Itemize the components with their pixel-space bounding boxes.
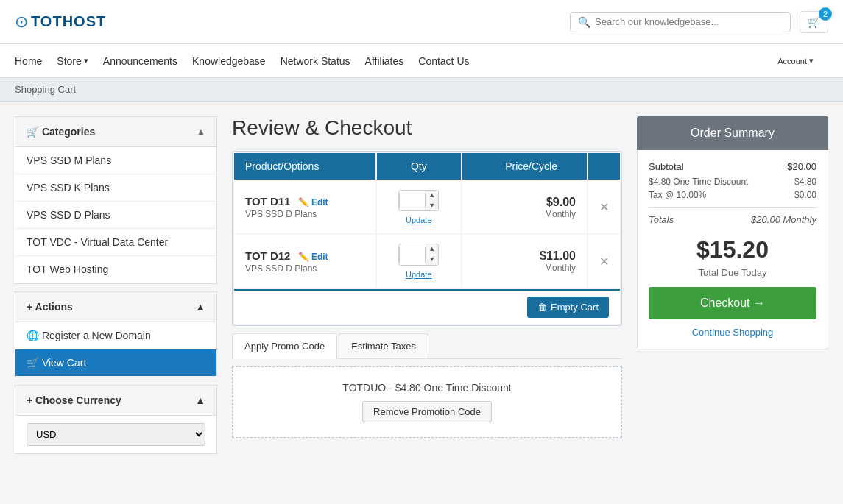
summary-totals-row: Totals $20.00 Monthly bbox=[649, 207, 816, 225]
sidebar-item-tot-web[interactable]: TOT Web Hosting bbox=[15, 256, 216, 283]
price-cycle-2: Monthly bbox=[473, 263, 576, 273]
logo-icon: ⊙ bbox=[15, 13, 28, 32]
nav-announcements[interactable]: Announcements bbox=[103, 52, 177, 70]
table-row: TOT D11 ✏️ Edit VPS SSD D Plans 1 ▲ ▼ bbox=[234, 181, 620, 233]
plus-icon-actions: + Actions bbox=[27, 301, 73, 313]
header: ⊙ TOTHOST 🔍 🛒 2 bbox=[0, 0, 843, 44]
remove-btn-1[interactable]: ✕ bbox=[588, 181, 620, 233]
sidebar-currency: + Choose Currency ▲ USD bbox=[15, 385, 217, 454]
edit-link-1[interactable]: ✏️ Edit bbox=[298, 197, 328, 207]
qty-up-2[interactable]: ▲ bbox=[426, 244, 438, 255]
qty-cell-2: 1 ▲ ▼ Update bbox=[377, 235, 461, 287]
globe-icon: 🌐 bbox=[27, 330, 42, 341]
main-nav: Home Store ▾ Announcements Knowledgebase… bbox=[0, 44, 843, 78]
qty-update-2[interactable]: Update bbox=[406, 270, 431, 279]
sidebar-actions-header[interactable]: + Actions ▲ bbox=[15, 292, 216, 322]
discount-label: $4.80 One Time Discount bbox=[649, 177, 748, 187]
sidebar-item-vps-m[interactable]: VPS SSD M Plans bbox=[15, 147, 216, 174]
total-due-amount: $15.20 bbox=[649, 236, 816, 263]
qty-buttons-2: ▲ ▼ bbox=[426, 244, 438, 264]
logo-text: TOTHOST bbox=[31, 13, 106, 30]
qty-wrapper-2: 1 ▲ ▼ Update bbox=[388, 244, 450, 278]
main-content: 🛒 Categories ▲ VPS SSD M Plans VPS SSD K… bbox=[0, 102, 843, 476]
tax-label: Tax @ 10.00% bbox=[649, 190, 706, 200]
search-box: 🔍 bbox=[570, 12, 791, 32]
sidebar-categories-header[interactable]: 🛒 Categories ▲ bbox=[15, 117, 216, 147]
remove-btn-2[interactable]: ✕ bbox=[588, 235, 620, 287]
sidebar-item-register-domain[interactable]: 🌐 Register a New Domain bbox=[15, 322, 216, 349]
product-cell-1: TOT D11 ✏️ Edit VPS SSD D Plans bbox=[234, 181, 375, 233]
col-qty: Qty bbox=[377, 153, 461, 180]
currency-select-wrapper: USD bbox=[15, 416, 216, 453]
qty-down-1[interactable]: ▼ bbox=[426, 201, 438, 211]
qty-update-1[interactable]: Update bbox=[406, 216, 431, 224]
sidebar-currency-header[interactable]: + Choose Currency ▲ bbox=[15, 386, 216, 416]
product-sub-1: VPS SSD D Plans bbox=[245, 209, 364, 219]
cart-icon: 🛒 Categories bbox=[27, 126, 95, 138]
order-summary: Order Summary Subtotal $20.00 $4.80 One … bbox=[637, 116, 828, 461]
edit-link-2[interactable]: ✏️ Edit bbox=[298, 252, 328, 262]
cart-tabs: Apply Promo Code Estimate Taxes bbox=[232, 333, 622, 359]
tax-value: $0.00 bbox=[794, 190, 816, 200]
table-row: TOT D12 ✏️ Edit VPS SSD D Plans 1 ▲ ▼ bbox=[234, 235, 620, 287]
nav-account[interactable]: Account ▾ bbox=[775, 56, 814, 65]
price-amount-2: $11.00 bbox=[473, 249, 576, 263]
qty-input-1[interactable]: 1 bbox=[399, 193, 426, 208]
price-amount-1: $9.00 bbox=[473, 196, 576, 209]
col-product: Product/Options bbox=[234, 153, 375, 180]
search-input[interactable] bbox=[595, 16, 783, 27]
promo-applied-text: TOTDUO - $4.80 One Time Discount bbox=[247, 382, 607, 394]
col-price: Price/Cycle bbox=[462, 153, 587, 180]
summary-subtotal-row: Subtotal $20.00 bbox=[649, 161, 816, 172]
nav-affiliates[interactable]: Affiliates bbox=[365, 52, 404, 70]
sidebar-item-view-cart[interactable]: 🛒 View Cart bbox=[15, 349, 216, 377]
cart-table: Product/Options Qty Price/Cycle TOT D11 … bbox=[232, 151, 622, 326]
qty-input-group-1: 1 ▲ ▼ bbox=[398, 190, 439, 211]
price-cell-1: $9.00 Monthly bbox=[462, 181, 587, 233]
summary-tax-row: Tax @ 10.00% $0.00 bbox=[649, 190, 816, 200]
currency-dropdown[interactable]: USD bbox=[27, 423, 205, 446]
continue-shopping-link[interactable]: Continue Shopping bbox=[649, 327, 816, 338]
plus-icon-currency: + Choose Currency bbox=[27, 394, 121, 406]
totals-value: $20.00 Monthly bbox=[751, 214, 816, 225]
cart-actions-row: 🗑 Empty Cart bbox=[234, 289, 620, 324]
search-icon: 🔍 bbox=[578, 16, 590, 28]
sidebar-item-vps-k[interactable]: VPS SSD K Plans bbox=[15, 174, 216, 202]
nav-network-status[interactable]: Network Status bbox=[281, 52, 350, 70]
chevron-up-icon-currency: ▲ bbox=[195, 394, 205, 406]
nav-contact-us[interactable]: Contact Us bbox=[418, 52, 469, 70]
trash-icon: 🗑 bbox=[537, 302, 547, 313]
product-cell-2: TOT D12 ✏️ Edit VPS SSD D Plans bbox=[234, 235, 375, 287]
sidebar: 🛒 Categories ▲ VPS SSD M Plans VPS SSD K… bbox=[15, 116, 217, 461]
nav-knowledgebase[interactable]: Knowledgebase bbox=[192, 52, 266, 70]
cart-icon-small: 🛒 bbox=[27, 357, 42, 369]
qty-up-1[interactable]: ▲ bbox=[426, 191, 438, 201]
price-cycle-1: Monthly bbox=[473, 209, 576, 219]
order-summary-body: Subtotal $20.00 $4.80 One Time Discount … bbox=[637, 150, 828, 349]
chevron-up-icon-actions: ▲ bbox=[195, 301, 205, 313]
remove-promo-button[interactable]: Remove Promotion Code bbox=[362, 401, 492, 422]
nav-home[interactable]: Home bbox=[15, 52, 42, 70]
summary-discount-row: $4.80 One Time Discount $4.80 bbox=[649, 177, 816, 187]
subtotal-label: Subtotal bbox=[649, 161, 684, 172]
sidebar-item-vps-d[interactable]: VPS SSD D Plans bbox=[15, 202, 216, 229]
nav-store[interactable]: Store ▾ bbox=[57, 55, 88, 67]
checkout-area: Review & Checkout Product/Options Qty Pr… bbox=[232, 116, 622, 461]
qty-wrapper-1: 1 ▲ ▼ Update bbox=[388, 190, 450, 224]
tab-promo[interactable]: Apply Promo Code bbox=[232, 333, 337, 359]
sidebar-item-tot-vdc[interactable]: TOT VDC - Virtual Data Center bbox=[15, 229, 216, 256]
qty-down-2[interactable]: ▼ bbox=[426, 255, 438, 265]
chevron-up-icon: ▲ bbox=[197, 127, 205, 137]
empty-cart-button[interactable]: 🗑 Empty Cart bbox=[527, 297, 609, 318]
cart-button[interactable]: 🛒 2 bbox=[800, 11, 828, 33]
cart-table-header: Product/Options Qty Price/Cycle bbox=[234, 153, 620, 180]
tab-taxes[interactable]: Estimate Taxes bbox=[339, 333, 428, 358]
qty-input-group-2: 1 ▲ ▼ bbox=[398, 244, 439, 265]
logo: ⊙ TOTHOST bbox=[15, 13, 106, 32]
col-remove bbox=[588, 153, 620, 180]
product-sub-2: VPS SSD D Plans bbox=[245, 263, 364, 274]
checkout-button[interactable]: Checkout → bbox=[649, 287, 816, 319]
cart-count-badge: 2 bbox=[819, 7, 832, 21]
page-title: Review & Checkout bbox=[232, 116, 622, 140]
qty-input-2[interactable]: 1 bbox=[399, 247, 426, 263]
